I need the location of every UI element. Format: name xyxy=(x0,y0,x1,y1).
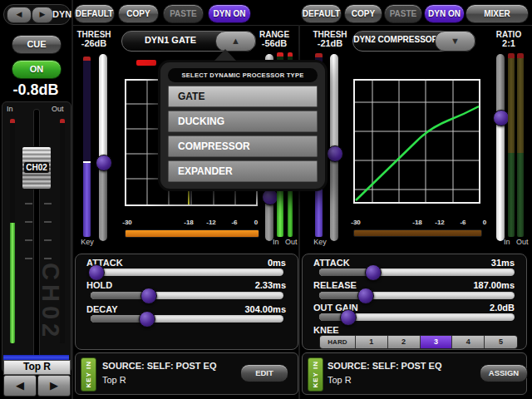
dyn2-keyin-tag: KEY IN xyxy=(308,357,323,392)
prev-channel-button[interactable]: ◀ xyxy=(7,7,32,23)
channel-nav: ◀ ▶ DYN xyxy=(3,4,71,25)
dyn2-paste-button[interactable]: PASTE xyxy=(384,4,422,23)
dyn1-decay-label: DECAY xyxy=(86,304,118,314)
dyn1-scale-tick: -18 xyxy=(184,219,194,226)
dyn1-on-button[interactable]: DYN ON xyxy=(208,4,251,23)
knee-5-button[interactable]: 5 xyxy=(485,336,517,348)
dyn2-outgain-knob[interactable] xyxy=(340,309,357,326)
cue-button[interactable]: CUE xyxy=(12,35,62,54)
dyn1-out-label: Out xyxy=(285,238,298,246)
fader-tick xyxy=(44,258,52,259)
dyn2-keyin-panel: KEY IN SOURCE: SELF: POST EQ Top R ASSIG… xyxy=(302,352,527,395)
channel-name-button[interactable]: Top R xyxy=(3,360,71,375)
dynamics-screen: ◀ ▶ DYN CUE ON -0.8dB In Out CH02 CH02 T… xyxy=(0,0,532,399)
dyn2-type-selector[interactable]: DYN2 COMPRESSOR ▼ xyxy=(352,31,475,52)
toolbar-divider xyxy=(73,25,532,26)
dyn2-scale-tick: -18 xyxy=(412,219,422,226)
dyn2-on-button[interactable]: DYN ON xyxy=(424,4,465,23)
dyn2-release-value: 187.00ms xyxy=(473,280,515,290)
dyn1-thresh-value: -26dB xyxy=(73,39,115,48)
strip-out-label: Out xyxy=(52,105,64,113)
dyn1-keyin-tag-label: KEY IN xyxy=(85,361,92,388)
popup-option-expander[interactable]: EXPANDER xyxy=(168,160,318,182)
keyin-assign-button[interactable]: ASSIGN xyxy=(480,364,528,382)
fader-tick xyxy=(44,239,52,241)
nav-mode-label: DYN xyxy=(52,9,71,19)
dyn2-ratio-slider[interactable] xyxy=(495,54,505,241)
right-arrow-icon: ▶ xyxy=(50,379,58,392)
dyn2-release-slider[interactable] xyxy=(319,292,515,299)
dyn2-attack-label: ATTACK xyxy=(313,258,350,268)
dyn2-ratio-knob[interactable] xyxy=(493,110,510,126)
dyn1-attack-knob[interactable] xyxy=(88,264,105,281)
dyn2-scale-tick: -6 xyxy=(460,219,466,226)
channel-fader-cap[interactable]: CH02 xyxy=(22,146,52,190)
dyn1-decay-knob[interactable] xyxy=(139,311,155,328)
dyn1-scale-tick: -6 xyxy=(231,219,237,226)
knee-4-button[interactable]: 4 xyxy=(452,336,485,348)
popup-callout-arrow xyxy=(214,49,236,61)
dyn1-thresh-knob[interactable] xyxy=(96,155,112,171)
dyn1-scale-tick: 0 xyxy=(254,219,258,226)
dyn1-copy-button[interactable]: COPY xyxy=(118,4,159,23)
right-arrow-icon: ▶ xyxy=(40,10,46,18)
dyn2-keyin-tag-label: KEY IN xyxy=(312,361,319,388)
popup-option-gate[interactable]: GATE xyxy=(168,86,318,107)
dyn1-type-label: DYN1 GATE xyxy=(122,35,219,45)
dyn1-key-label: Key xyxy=(76,238,98,246)
channel-right-button[interactable]: ▶ xyxy=(37,375,71,397)
dyn1-params-panel: ATTACK 0ms HOLD 2.33ms DECAY 304.00ms xyxy=(75,254,298,350)
dyn2-selector-expand-button[interactable]: ▼ xyxy=(435,31,475,52)
next-channel-button[interactable]: ▶ xyxy=(32,7,53,23)
dyn2-copy-button[interactable]: COPY xyxy=(344,4,382,23)
dyn1-hold-slider[interactable] xyxy=(91,292,283,299)
channel-on-button[interactable]: ON xyxy=(12,60,62,79)
dyn1-hold-value: 2.33ms xyxy=(255,280,286,290)
fader-tick xyxy=(25,258,32,259)
dyn2-default-button[interactable]: DEFAULT xyxy=(301,4,342,23)
dyn2-scale-tick: 0 xyxy=(483,219,486,226)
dyn1-keyin-tag: KEY IN xyxy=(81,357,96,392)
fader-cap-label: CH02 xyxy=(24,162,49,173)
mixer-button[interactable]: MIXER xyxy=(466,4,529,23)
dyn2-thresh-slider[interactable] xyxy=(329,54,339,241)
dyn1-attack-value: 0ms xyxy=(268,258,286,268)
fader-tick xyxy=(44,221,52,223)
dyn2-out-meter xyxy=(517,53,524,237)
dyn2-attack-slider[interactable] xyxy=(319,268,515,276)
knee-2-button[interactable]: 2 xyxy=(388,336,421,348)
dyn1-paste-button[interactable]: PASTE xyxy=(163,4,204,23)
fader-gain-readout: -0.8dB xyxy=(0,81,71,99)
knee-3-button[interactable]: 3 xyxy=(421,336,453,348)
dyn2-outgain-value: 2.0dB xyxy=(490,303,515,313)
dyn1-hold-knob[interactable] xyxy=(140,288,157,304)
dyn2-knee-label: KNEE xyxy=(313,325,339,335)
keyin-edit-button[interactable]: EDIT xyxy=(240,364,288,382)
dyn2-attack-knob[interactable] xyxy=(365,264,382,281)
dyn2-release-knob[interactable] xyxy=(357,288,374,304)
dyn1-decay-slider[interactable] xyxy=(91,315,283,323)
dyn2-ratio-header: RATIO 2:1 xyxy=(489,30,529,48)
dyn1-hold-label: HOLD xyxy=(86,280,112,290)
dyn2-scale-tick: -12 xyxy=(435,219,445,226)
dyn2-outgain-slider[interactable] xyxy=(319,313,515,321)
compressor-curve xyxy=(356,106,479,200)
dyn1-range-knob[interactable] xyxy=(262,189,278,205)
knee-1-button[interactable]: 1 xyxy=(356,336,388,348)
dyn2-gr-meter xyxy=(353,229,482,237)
dyn1-attack-slider[interactable] xyxy=(91,268,283,276)
dyn1-scale-tick: -30 xyxy=(122,219,132,226)
dyn1-default-button[interactable]: DEFAULT xyxy=(74,4,115,23)
popup-option-compressor[interactable]: COMPRESSOR xyxy=(168,135,318,157)
dyn2-thresh-value: -21dB xyxy=(308,39,352,48)
dyn2-thresh-header: THRESH -21dB xyxy=(308,30,352,48)
knee-hard-button[interactable]: HARD xyxy=(320,336,356,348)
dyn1-gr-meter xyxy=(125,229,259,238)
dyn2-thresh-knob[interactable] xyxy=(327,145,343,162)
popup-option-ducking[interactable]: DUCKING xyxy=(168,111,318,132)
dyn2-scale-tick: -30 xyxy=(351,219,361,226)
dyn1-thresh-slider[interactable] xyxy=(98,54,108,241)
channel-left-button[interactable]: ◀ xyxy=(3,375,37,397)
dyn1-keyin-panel: KEY IN SOURCE: SELF: POST EQ Top R EDIT xyxy=(75,352,298,395)
dyn2-key-label: Key xyxy=(309,238,331,246)
